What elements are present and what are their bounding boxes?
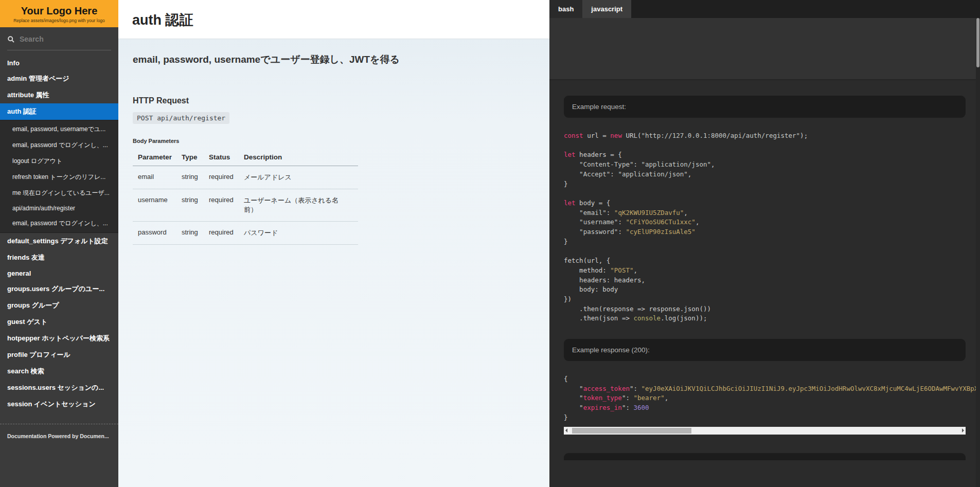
sidebar-item[interactable]: groups グループ xyxy=(0,297,118,314)
sidebar-subitem-label: api/admin/auth/register xyxy=(12,205,75,212)
sidebar-subitem[interactable]: email, password, usernameでユ... xyxy=(0,121,118,137)
language-tab[interactable]: bash xyxy=(549,0,582,18)
sidebar-item[interactable]: guest ゲスト xyxy=(0,314,118,330)
language-tabbar: bash javascript xyxy=(549,0,980,18)
cell-parameter: email xyxy=(133,166,182,189)
column-header-type: Type xyxy=(182,149,209,166)
sidebar-subitem[interactable]: refresh token トークンのリフレ... xyxy=(0,169,118,185)
sidebar-item-label: profile プロフィール xyxy=(7,351,70,358)
sidebar-item[interactable]: groups.users グループのユー... xyxy=(0,281,118,297)
search-box xyxy=(0,27,118,50)
sidebar-item[interactable]: auth 認証 xyxy=(0,103,118,120)
cell-type: string xyxy=(182,166,209,189)
sidebar-item[interactable]: admin 管理者ページ xyxy=(0,70,118,87)
sidebar-item[interactable]: attribute 属性 xyxy=(0,87,118,103)
example-request-header: Example request: xyxy=(564,96,966,118)
sidebar-item-label: Info xyxy=(7,59,20,67)
sidebar: Your Logo Here Replace assets/images/log… xyxy=(0,0,118,487)
http-request-heading: HTTP Request xyxy=(133,96,535,105)
example-response-header: Example response (200): xyxy=(564,339,966,361)
scroll-right-arrow-icon[interactable] xyxy=(962,428,964,432)
table-row: email string required メールアドレス xyxy=(133,166,358,189)
annotation-area xyxy=(549,18,980,80)
sidebar-item[interactable]: Info xyxy=(0,56,118,70)
cell-type: string xyxy=(182,222,209,245)
table-head: Parameter Type Status Description xyxy=(133,149,358,166)
sidebar-subitem[interactable]: me 現在ログインしているユーザ... xyxy=(0,185,118,201)
sidebar-subitem-label: logout ログアウト xyxy=(12,157,62,165)
cell-status: required xyxy=(209,166,244,189)
sidebar-subitem-label: me 現在ログインしているユーザ... xyxy=(12,189,110,196)
sidebar-subitem[interactable]: api/admin/auth/register xyxy=(0,201,118,215)
cell-status: required xyxy=(209,222,244,245)
sidebar-item-label: session イベントセッション xyxy=(7,400,96,408)
example-response-code: { "access_token": "eyJ0eXAiOiJKV1QiLCJhb… xyxy=(549,374,980,424)
body-parameters-table: Parameter Type Status Description email … xyxy=(133,149,358,245)
sidebar-subitem-label: email, password, usernameでユ... xyxy=(12,125,105,133)
column-header-description: Description xyxy=(244,149,358,166)
table-body: email string required メールアドレス username s… xyxy=(133,166,358,245)
cell-parameter: username xyxy=(133,189,182,222)
cell-type: string xyxy=(182,189,209,222)
sidebar-item[interactable]: sessions.users セッションの... xyxy=(0,380,118,396)
table-row: password string required パスワード xyxy=(133,222,358,245)
example-request-code: const url = new URL("http://127.0.0.1:80… xyxy=(549,131,980,324)
cell-description: メールアドレス xyxy=(244,166,358,189)
table-row: username string required ユーザーネーム（表示される名前… xyxy=(133,189,358,222)
cell-parameter: password xyxy=(133,222,182,245)
column-header-parameter: Parameter xyxy=(133,149,182,166)
sidebar-item-label: search 検索 xyxy=(7,367,44,375)
main-content: auth 認証 email, password, usernameでユーザー登録… xyxy=(118,0,549,487)
search-input[interactable] xyxy=(7,34,111,44)
nav-rest-group: default_settings デフォルト設定 friends 友達 gene… xyxy=(0,233,118,412)
sidebar-item[interactable]: profile プロフィール xyxy=(0,347,118,363)
cell-description: パスワード xyxy=(244,222,358,245)
vertical-scrollbar[interactable] xyxy=(976,18,980,487)
sidebar-item[interactable]: search 検索 xyxy=(0,363,118,380)
sidebar-item-label: default_settings デフォルト設定 xyxy=(7,237,108,245)
next-block-header-partial xyxy=(564,453,966,460)
sidebar-item-label: groups.users グループのユー... xyxy=(7,285,104,293)
sidebar-item[interactable]: default_settings デフォルト設定 xyxy=(0,233,118,249)
horizontal-scrollbar-thumb[interactable] xyxy=(572,428,691,434)
endpoint-badge: POST api/auth/register xyxy=(133,112,229,124)
body-parameters-label: Body Parameters xyxy=(133,138,535,144)
nav-top-group: Info admin 管理者ページ attribute 属性 auth 認証 xyxy=(0,56,118,120)
content-area: email, password, usernameでユーザー登録し、JWTを得る… xyxy=(118,39,549,259)
sidebar-item[interactable]: session イベントセッション xyxy=(0,396,118,412)
sidebar-subitem[interactable]: logout ログアウト xyxy=(0,153,118,169)
scroll-left-arrow-icon[interactable] xyxy=(565,428,567,432)
sidebar-nav: Info admin 管理者ページ attribute 属性 auth 認証 e… xyxy=(0,50,118,412)
sidebar-item-label: admin 管理者ページ xyxy=(7,75,69,82)
search-icon xyxy=(8,36,14,43)
nav-sub-group: email, password, usernameでユ... email, pa… xyxy=(0,120,118,233)
cell-status: required xyxy=(209,189,244,222)
horizontal-scrollbar[interactable] xyxy=(564,427,966,435)
sidebar-item-label: auth 認証 xyxy=(7,107,37,115)
page-title: auth 認証 xyxy=(132,11,536,29)
sidebar-footer[interactable]: Documentation Powered by Documen... xyxy=(0,424,118,439)
code-panel: bash javascript Example request: const u… xyxy=(549,0,980,487)
sidebar-subitem-label: refresh token トークンのリフレ... xyxy=(12,173,105,181)
language-tab[interactable]: javascript xyxy=(582,0,631,18)
logo-title: Your Logo Here xyxy=(3,5,115,17)
sidebar-subitem[interactable]: email, password でログインし、... xyxy=(0,215,118,231)
vertical-scrollbar-thumb[interactable] xyxy=(976,18,979,67)
sidebar-item[interactable]: general xyxy=(0,266,118,281)
sidebar-item-label: groups グループ xyxy=(7,301,59,309)
sidebar-item-label: hotpepper ホットペッパー検索系 xyxy=(7,334,110,342)
code-body: Example request: const url = new URL("ht… xyxy=(549,80,980,487)
sidebar-item[interactable]: friends 友達 xyxy=(0,249,118,266)
column-header-status: Status xyxy=(209,149,244,166)
logo: Your Logo Here Replace assets/images/log… xyxy=(0,0,118,27)
sidebar-item-label: sessions.users セッションの... xyxy=(7,384,104,391)
cell-description: ユーザーネーム（表示される名前） xyxy=(244,189,358,222)
page-header: auth 認証 xyxy=(118,0,549,39)
sidebar-item[interactable]: hotpepper ホットペッパー検索系 xyxy=(0,330,118,347)
sidebar-item-label: friends 友達 xyxy=(7,254,45,261)
sidebar-subitem-label: email, password でログインし、... xyxy=(12,220,108,227)
sidebar-subitem[interactable]: email, password でログインし、... xyxy=(0,137,118,153)
sidebar-item-label: general xyxy=(7,269,31,277)
section-heading: email, password, usernameでユーザー登録し、JWTを得る xyxy=(133,53,535,66)
logo-subtitle: Replace assets/images/logo.png with your… xyxy=(3,18,115,23)
